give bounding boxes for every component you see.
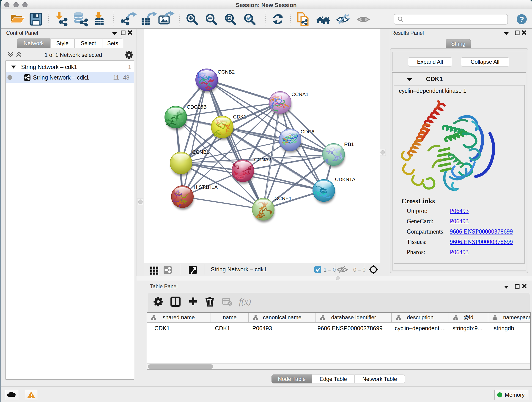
svg-text:CDC25B: CDC25B	[187, 104, 207, 110]
svg-text:CCNA2: CCNA2	[254, 157, 271, 162]
svg-text:CDC6: CDC6	[301, 129, 314, 134]
svg-text:CDK1: CDK1	[233, 114, 247, 120]
svg-text:?: ?	[519, 15, 524, 24]
svg-text:HIST1H1A: HIST1H1A	[194, 184, 218, 190]
svg-text:f(x): f(x)	[239, 297, 251, 307]
svg-text:CCNE1: CCNE1	[274, 196, 292, 201]
svg-text:CCNA1: CCNA1	[291, 91, 309, 97]
svg-text:CCNB2: CCNB2	[218, 69, 235, 75]
svg-text:CCNB1: CCNB1	[192, 149, 209, 155]
svg-text:RB1: RB1	[344, 141, 354, 147]
svg-text:CDKN1A: CDKN1A	[335, 177, 355, 182]
